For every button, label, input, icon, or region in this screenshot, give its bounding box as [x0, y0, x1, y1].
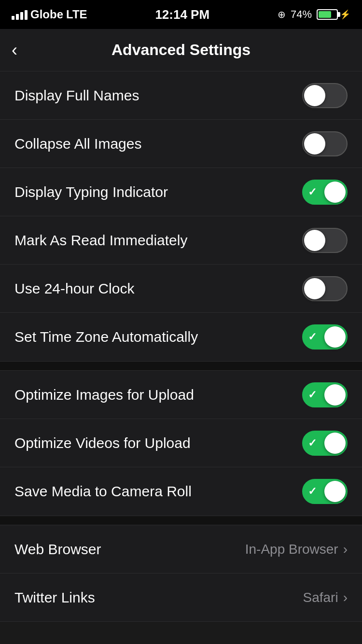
toggle-knob-display-full-names: [304, 85, 325, 106]
toggle-display-full-names[interactable]: [302, 83, 348, 108]
label-display-typing-indicator: Display Typing Indicator: [14, 184, 168, 200]
settings-row-collapse-all-images: Collapse All Images: [0, 120, 362, 168]
nav-row-twitter-links[interactable]: Twitter LinksSafari›: [0, 574, 362, 622]
label-save-media-to-camera-roll: Save Media to Camera Roll: [14, 483, 192, 500]
toggle-knob-mark-as-read-immediately: [304, 230, 325, 251]
toggle-mark-as-read-immediately[interactable]: [302, 228, 348, 253]
nav-row-value-web-browser: In-App Browser: [245, 542, 338, 557]
settings-row-display-typing-indicator: Display Typing Indicator✓: [0, 168, 362, 216]
settings-row-display-full-names: Display Full Names: [0, 71, 362, 120]
toggle-use-24-hour-clock[interactable]: [302, 276, 348, 301]
carrier-label: Globe: [30, 8, 63, 21]
settings-row-mark-as-read-immediately: Mark As Read Immediately: [0, 216, 362, 265]
network-label: LTE: [66, 8, 87, 21]
location-icon: ⊕: [278, 9, 286, 20]
toggle-knob-set-time-zone-automatically: [324, 326, 346, 348]
status-right: ⊕ 74% ⚡: [278, 8, 350, 21]
label-collapse-all-images: Collapse All Images: [14, 136, 141, 152]
label-display-full-names: Display Full Names: [14, 87, 139, 104]
section-divider-2: [0, 516, 362, 525]
toggle-knob-optimize-images-for-upload: [324, 384, 346, 406]
settings-row-use-24-hour-clock: Use 24-hour Clock: [0, 265, 362, 313]
chevron-right-icon: ›: [343, 542, 348, 557]
toggle-set-time-zone-automatically[interactable]: ✓: [302, 324, 348, 350]
toggle-knob-use-24-hour-clock: [304, 278, 325, 299]
toggle-knob-display-typing-indicator: [324, 182, 346, 203]
toggle-collapse-all-images[interactable]: [302, 131, 348, 156]
toggle-check-icon: ✓: [308, 389, 317, 401]
settings-section-2: Optimize Images for Upload✓Optimize Vide…: [0, 371, 362, 516]
toggle-check-icon: ✓: [308, 437, 317, 449]
nav-row-right-twitter-links: Safari›: [303, 590, 348, 605]
battery-percent: 74%: [291, 8, 312, 21]
status-time: 12:14 PM: [155, 7, 209, 22]
toggle-display-typing-indicator[interactable]: ✓: [302, 180, 348, 205]
toggle-knob-optimize-videos-for-upload: [324, 433, 346, 454]
back-button[interactable]: ‹: [12, 40, 17, 60]
battery-container: ⚡: [317, 9, 350, 20]
signal-bar-2: [16, 14, 19, 20]
label-use-24-hour-clock: Use 24-hour Clock: [14, 280, 134, 297]
page-title: Advanced Settings: [111, 41, 251, 59]
label-twitter-links: Twitter Links: [14, 589, 95, 606]
label-mark-as-read-immediately: Mark As Read Immediately: [14, 232, 187, 249]
signal-bar-1: [12, 16, 14, 20]
status-bar: Globe LTE 12:14 PM ⊕ 74% ⚡: [0, 0, 362, 29]
section-divider: [0, 361, 362, 371]
toggle-knob-save-media-to-camera-roll: [324, 481, 346, 502]
toggle-check-icon: ✓: [308, 331, 317, 343]
back-chevron-icon: ‹: [12, 40, 17, 60]
settings-row-set-time-zone-automatically: Set Time Zone Automatically✓: [0, 313, 362, 361]
settings-section-1: Display Full NamesCollapse All ImagesDis…: [0, 71, 362, 361]
toggle-optimize-images-for-upload[interactable]: ✓: [302, 382, 348, 407]
nav-row-right-web-browser: In-App Browser›: [245, 542, 348, 557]
signal-bar-4: [25, 10, 28, 20]
nav-row-value-twitter-links: Safari: [303, 590, 338, 605]
label-optimize-images-for-upload: Optimize Images for Upload: [14, 387, 194, 403]
toggle-check-icon: ✓: [308, 186, 317, 198]
chevron-right-icon: ›: [343, 590, 348, 605]
charging-icon: ⚡: [340, 9, 350, 20]
toggle-optimize-videos-for-upload[interactable]: ✓: [302, 431, 348, 456]
status-left: Globe LTE: [12, 8, 87, 21]
signal-bars: [12, 9, 28, 20]
settings-row-optimize-videos-for-upload: Optimize Videos for Upload✓: [0, 419, 362, 467]
battery-fill: [319, 11, 331, 18]
nav-row-web-browser[interactable]: Web BrowserIn-App Browser›: [0, 525, 362, 574]
toggle-save-media-to-camera-roll[interactable]: ✓: [302, 479, 348, 504]
label-optimize-videos-for-upload: Optimize Videos for Upload: [14, 435, 191, 451]
label-web-browser: Web Browser: [14, 541, 101, 558]
toggle-check-icon: ✓: [308, 485, 317, 498]
nav-bar: ‹ Advanced Settings: [0, 29, 362, 71]
toggle-knob-collapse-all-images: [304, 133, 325, 154]
signal-bar-3: [20, 12, 23, 20]
settings-row-optimize-images-for-upload: Optimize Images for Upload✓: [0, 371, 362, 419]
battery-icon: [317, 9, 338, 20]
settings-section-nav: Web BrowserIn-App Browser›Twitter LinksS…: [0, 525, 362, 622]
settings-row-save-media-to-camera-roll: Save Media to Camera Roll✓: [0, 467, 362, 516]
label-set-time-zone-automatically: Set Time Zone Automatically: [14, 329, 198, 345]
